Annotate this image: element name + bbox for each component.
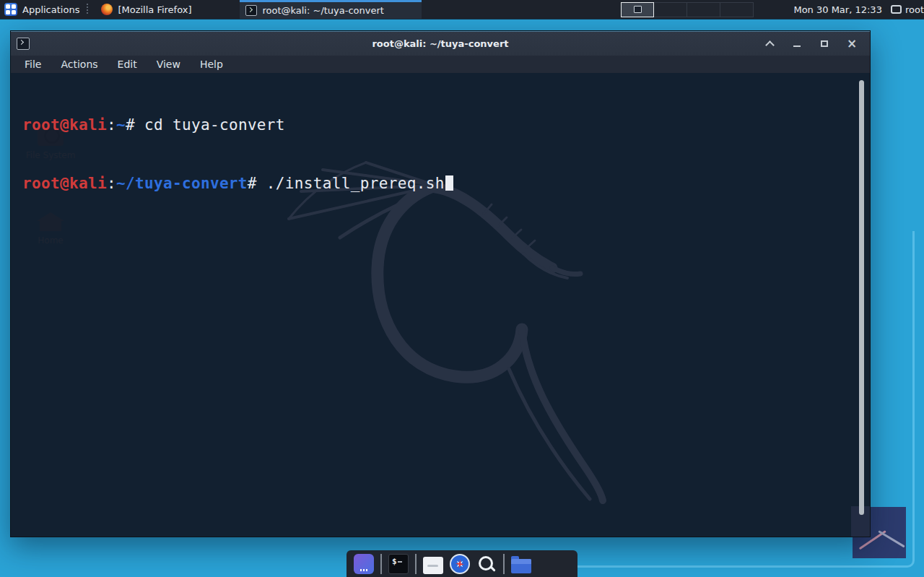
terminal-icon: [17, 38, 30, 50]
close-button[interactable]: ×: [847, 39, 857, 49]
app-launcher-icon[interactable]: [354, 554, 374, 574]
user-indicator[interactable]: root: [891, 4, 924, 15]
terminal-launcher-icon[interactable]: $: [388, 554, 409, 574]
window-controls: ×: [764, 32, 870, 56]
browser-compass-icon[interactable]: [450, 554, 470, 574]
prompt-path: ~: [116, 116, 126, 134]
workspace-pager: [621, 2, 754, 17]
prompt-hash: #: [248, 175, 266, 192]
command-text: ./install_prereq.sh: [266, 175, 445, 192]
terminal-menubar: File Actions Edit View Help: [11, 56, 870, 73]
prompt-colon: :: [107, 116, 116, 134]
workspace-3[interactable]: [687, 2, 720, 17]
chevron-right-stroke: [878, 530, 905, 547]
display-icon: [891, 5, 902, 14]
dock-separator: [503, 554, 505, 574]
menu-view[interactable]: View: [157, 58, 180, 70]
taskbar-button-terminal[interactable]: root@kali: ~/tuya-convert: [240, 0, 422, 19]
firefox-icon: [101, 4, 113, 15]
prompt-user: root@kali: [22, 175, 107, 192]
terminal-icon: [245, 5, 257, 16]
file-manager-icon[interactable]: [423, 557, 443, 574]
task-label: [Mozilla Firefox]: [118, 4, 191, 15]
menu-actions[interactable]: Actions: [61, 58, 97, 70]
shade-button[interactable]: [764, 39, 775, 49]
taskbar-button-firefox[interactable]: [Mozilla Firefox]: [95, 0, 219, 19]
window-titlebar[interactable]: root@kali: ~/tuya-convert ×: [11, 31, 870, 56]
panel-clock[interactable]: Mon 30 Mar, 12:33: [793, 4, 881, 15]
shell-output: root@kali:~# cd tuya-convert root@kali:~…: [11, 73, 870, 233]
panel-handle[interactable]: [85, 4, 91, 15]
mini-window-icon: [634, 6, 642, 13]
search-icon[interactable]: [476, 555, 497, 575]
prompt-path: ~/tuya-convert: [116, 175, 248, 192]
dock: $: [346, 550, 578, 577]
text-cursor: [445, 175, 453, 191]
minimize-button[interactable]: [792, 39, 802, 49]
applications-grid-icon: [4, 3, 17, 16]
prompt-user: root@kali: [22, 116, 107, 134]
prompt-colon: :: [107, 175, 116, 192]
applications-menu-button[interactable]: Applications: [0, 0, 84, 19]
maximize-button[interactable]: [819, 39, 829, 49]
dock-separator: [380, 554, 382, 574]
menu-edit[interactable]: Edit: [118, 58, 137, 70]
maximize-icon: [821, 40, 828, 47]
task-label: root@kali: ~/tuya-convert: [262, 5, 384, 16]
applications-label: Applications: [22, 4, 79, 15]
terminal-scrollbar[interactable]: [859, 80, 864, 515]
workspace-4[interactable]: [720, 2, 754, 17]
terminal-content[interactable]: root@kali:~# cd tuya-convert root@kali:~…: [11, 73, 870, 537]
minimize-icon: [793, 45, 801, 47]
prompt-hash: #: [126, 116, 144, 134]
folder-icon[interactable]: [511, 559, 531, 573]
terminal-window: root@kali: ~/tuya-convert × File Actions…: [10, 30, 871, 537]
window-title: root@kali: ~/tuya-convert: [11, 38, 870, 49]
command-text: cd tuya-convert: [144, 116, 285, 134]
chevron-up-icon: [765, 40, 775, 50]
dock-separator: [415, 554, 417, 574]
shell-line: root@kali:~# cd tuya-convert: [22, 116, 870, 135]
top-panel: Applications [Mozilla Firefox] root@kali…: [0, 0, 924, 19]
user-label: root: [905, 4, 924, 15]
workspace-2[interactable]: [654, 2, 687, 17]
shell-line: root@kali:~/tuya-convert# ./install_prer…: [22, 174, 870, 194]
menu-file[interactable]: File: [25, 58, 41, 70]
close-icon: ×: [847, 38, 857, 50]
menu-help[interactable]: Help: [200, 58, 223, 70]
workspace-1[interactable]: [621, 2, 654, 17]
